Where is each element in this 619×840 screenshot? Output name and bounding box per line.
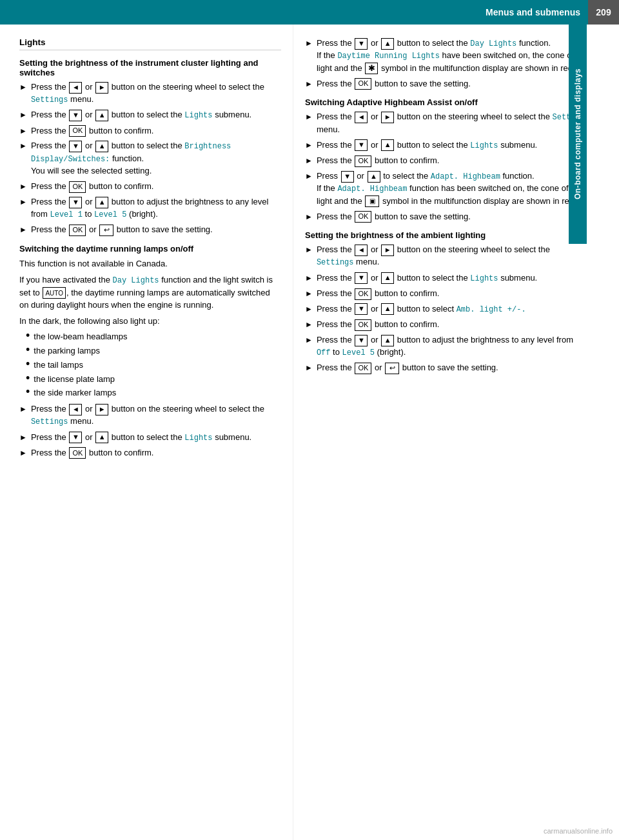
subsection2-title: Switching the daytime running lamps on/o… [19,244,281,254]
key-disp: ▣ [365,195,379,207]
key-ok: OK [355,319,371,331]
bullet-content: Press the OK or ↩ button to save the set… [317,362,578,374]
arrow-icon: ► [305,319,313,330]
key-left: ◄ [69,82,82,94]
bullet-content: Press the ▼ or ▲ button to select the Li… [31,109,281,121]
key-ok: OK [355,155,371,167]
key-back: ↩ [99,225,113,236]
key-down: ▼ [355,272,368,284]
arrow-icon: ► [19,181,27,192]
key-down: ▼ [355,303,368,315]
key-up: ▲ [95,110,108,121]
arrow-icon: ► [305,288,313,299]
code-adapt-highbeam: Adapt. Highbeam [431,172,500,181]
code-off: Off [317,348,331,357]
key-up: ▲ [95,432,108,443]
key-down: ▼ [69,141,82,152]
subsection3-title: Switching Adaptive Highbeam Assist on/of… [305,97,578,107]
arrow-icon: ► [305,155,313,166]
arrow-icon: ► [19,448,27,459]
code-settings: Settings [31,417,68,426]
key-left: ◄ [69,404,82,415]
bullet-content: Press the ◄ or ► button on the steering … [31,81,281,106]
bullet-content: Press the OK button to save the setting. [317,211,578,223]
key-left: ◄ [355,112,368,123]
key-ok: OK [355,211,371,223]
dot-text: the low-beam headlamps [34,331,127,343]
bullet-content: Press the ▼ or ▲ button to select Amb. l… [317,303,578,315]
arrow-icon: ► [305,304,313,315]
watermark: carmanualsonline.info [544,827,613,835]
list-item: ► Press ▼ or ▲ to select the Adapt. High… [305,170,578,208]
key-ok: OK [355,288,371,300]
key-ok: OK [69,447,86,459]
bullet-content: Press the ▼ or ▲ button to select the Da… [317,37,578,75]
list-item: ► Press the ◄ or ► button on the steerin… [19,81,281,106]
key-up: ▲ [381,303,394,315]
arrow-icon: ► [19,126,27,137]
list-item: ► Press the ▼ or ▲ button to select Amb.… [305,303,578,315]
subsection4-bullets: ► Press the ◄ or ► button on the steerin… [305,244,578,374]
bullet-content: Press the ▼ or ▲ button to select the Li… [317,139,578,152]
section-title-lights: Lights [19,37,281,50]
bullet-content: Press the ◄ or ► button on the steering … [317,111,578,135]
dot-icon: • [26,386,30,397]
key-down: ▼ [355,38,368,50]
key-down: ▼ [355,335,368,346]
list-item: ► Press the ▼ or ▲ button to select the … [19,140,281,177]
key-up: ▲ [368,171,380,183]
subsection4-title: Setting the brightness of the ambient li… [305,230,578,240]
list-item: ► Press the ▼ or ▲ button to adjust the … [305,334,578,359]
subsection3-bullets: ► Press the ◄ or ► button on the steerin… [305,111,578,223]
bullet-content: Press ▼ or ▲ to select the Adapt. Highbe… [317,170,578,208]
list-item: ► Press the ▼ or ▲ button to select the … [305,272,578,285]
code-day-lights: Day Lights [470,39,516,48]
list-item: ► Press the OK button to save the settin… [305,78,578,90]
list-item: ► Press the ▼ or ▲ button to select the … [19,109,281,121]
list-item: ► Press the ▼ or ▲ button to adjust the … [19,196,281,221]
arrow-icon: ► [19,432,27,443]
code-amb-light: Amb. light +/-. [457,305,526,314]
subsection2-para3: In the dark, the following also light up… [19,315,281,328]
arrow-icon: ► [305,140,313,151]
list-item: ► Press the OK button to confirm. [305,288,578,300]
arrow-icon: ► [19,404,27,415]
key-ok: OK [69,125,86,137]
key-right: ► [95,82,108,94]
key-up: ▲ [381,335,394,346]
list-item: ► Press the OK button to confirm. [305,155,578,167]
list-item: •the license plate lamp [26,374,281,386]
key-ok: OK [355,78,371,90]
dot-list: •the low-beam headlamps •the parking lam… [26,331,281,399]
bullet-content: Press the ▼ or ▲ button to adjust the br… [31,196,281,221]
key-down: ▼ [69,110,82,121]
subsection2-para2: If you have activated the Day Lights fun… [19,274,281,312]
dot-icon: • [26,330,30,341]
list-item: •the side marker lamps [26,387,281,399]
dot-text: the license plate lamp [34,374,115,386]
key-ok: OK [69,181,86,193]
list-item: ► Press the ▼ or ▲ button to select the … [305,37,578,75]
key-up: ▲ [381,38,394,50]
code-lights: Lights [470,274,498,283]
code-level5: Level 5 [342,348,375,357]
key-down: ▼ [69,197,82,208]
bullet-content: Press the OK button to confirm. [317,288,578,300]
arrow-icon: ► [305,112,313,123]
code-settings: Settings [317,258,354,267]
bullet-content: Press the ▼ or ▲ button to select the Li… [31,432,281,444]
key-down: ▼ [355,139,368,151]
bullet-content: Press the OK button to confirm. [31,447,281,459]
key-right: ► [381,245,394,256]
list-item: ► Press the OK button to confirm. [305,319,578,331]
right-column: On-board computer and displays ► Press t… [293,25,587,840]
code-lights: Lights [184,111,212,120]
key-up: ▲ [381,139,394,151]
list-item: ► Press the ▼ or ▲ button to select the … [19,432,281,444]
bullet-content: Press the OK button to confirm. [31,125,281,137]
dot-text: the side marker lamps [34,387,116,399]
key-up: ▲ [381,272,394,284]
bullet-content: Press the OK button to confirm. [317,319,578,331]
list-item: ► Press the ◄ or ► button on the steerin… [19,403,281,428]
arrow-icon: ► [19,82,27,93]
